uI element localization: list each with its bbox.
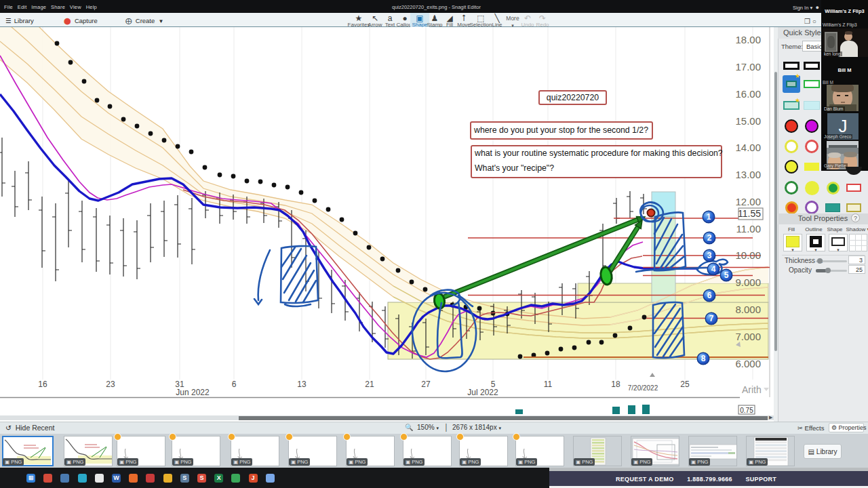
svg-text:6: 6	[707, 291, 712, 300]
svg-text:18.00: 18.00	[735, 34, 761, 45]
svg-text:1: 1	[707, 212, 711, 222]
svg-text:Jul 2022: Jul 2022	[467, 388, 498, 397]
svg-text:12.00: 12.00	[735, 196, 761, 207]
svg-text:0.75: 0.75	[740, 407, 753, 414]
svg-text:27: 27	[421, 380, 431, 389]
svg-text:25: 25	[680, 380, 690, 389]
svg-text:11.55: 11.55	[738, 208, 761, 219]
svg-text:13: 13	[297, 380, 307, 389]
svg-text:Jun 2022: Jun 2022	[176, 388, 210, 397]
svg-text:4: 4	[711, 264, 716, 274]
svg-text:13.00: 13.00	[735, 169, 761, 180]
svg-text:16: 16	[38, 380, 47, 389]
svg-text:3: 3	[707, 251, 712, 260]
svg-text:10.00: 10.00	[735, 249, 761, 261]
svg-text:2: 2	[707, 233, 712, 243]
svg-text:8: 8	[701, 354, 706, 363]
svg-text:18: 18	[611, 380, 620, 389]
svg-text:8.000: 8.000	[735, 304, 761, 315]
svg-text:6: 6	[232, 380, 237, 389]
svg-text:23: 23	[106, 380, 115, 389]
svg-text:Arith: Arith	[742, 384, 762, 395]
svg-text:14.00: 14.00	[735, 142, 761, 153]
svg-text:7/20/2022: 7/20/2022	[628, 384, 658, 392]
svg-text:11.00: 11.00	[736, 223, 761, 235]
svg-text:16.00: 16.00	[735, 88, 761, 100]
svg-text:15.00: 15.00	[735, 115, 761, 127]
svg-text:7.000: 7.000	[735, 331, 761, 342]
svg-text:5: 5	[724, 270, 729, 280]
svg-text:21: 21	[365, 380, 374, 389]
svg-text:11: 11	[544, 380, 553, 389]
svg-text:7: 7	[709, 314, 714, 323]
svg-text:17.00: 17.00	[735, 61, 761, 73]
svg-text:9.000: 9.000	[735, 277, 761, 288]
svg-text:6.000: 6.000	[735, 358, 761, 369]
